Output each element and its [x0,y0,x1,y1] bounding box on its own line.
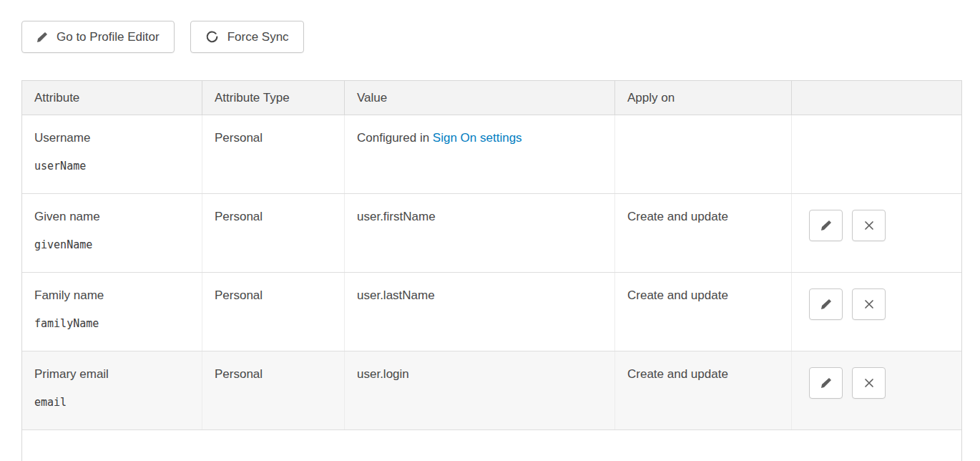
apply-on-cell: Create and update [614,194,791,272]
table-next-row-partial [22,430,961,461]
close-icon [863,299,875,310]
refresh-icon [205,30,219,44]
attribute-label: Username [34,131,190,145]
value-cell: user.firstName [344,194,614,272]
attribute-type-cell: Personal [202,194,344,272]
attribute-variable-name: givenName [34,238,190,251]
delete-attribute-button[interactable] [852,288,886,320]
attribute-type-cell: Personal [202,115,344,193]
actions-cell [791,273,961,351]
attribute-cell: Primary email email [22,351,202,430]
close-icon [863,220,875,231]
attribute-cell: Given name givenName [22,194,202,272]
edit-attribute-button[interactable] [809,288,843,320]
value-cell: user.login [344,351,614,430]
force-sync-label: Force Sync [227,30,289,44]
close-icon [863,377,875,389]
value-cell: user.lastName [344,273,614,351]
sign-on-settings-link[interactable]: Sign On settings [433,131,522,145]
attribute-variable-name: email [34,396,190,409]
attributes-table: Attribute Attribute Type Value Apply on … [21,80,962,461]
header-attribute-type: Attribute Type [202,81,344,115]
force-sync-button[interactable]: Force Sync [190,21,304,53]
edit-attribute-button[interactable] [809,367,843,399]
actions-cell [791,194,961,272]
attribute-type-cell: Personal [202,351,344,430]
pencil-icon [820,299,832,310]
edit-attribute-button[interactable] [809,210,843,241]
attribute-variable-name: userName [34,160,190,173]
actions-cell [791,351,961,430]
delete-attribute-button[interactable] [852,367,886,399]
table-row-given-name: Given name givenName Personal user.first… [22,194,961,273]
attribute-cell: Username userName [22,115,202,193]
attribute-label: Primary email [34,367,190,382]
apply-on-cell [614,115,791,193]
attribute-cell: Family name familyName [22,273,202,351]
attribute-label: Given name [34,210,190,224]
attribute-variable-name: familyName [34,317,190,330]
actions-cell [791,115,961,193]
apply-on-cell: Create and update [614,351,791,430]
delete-attribute-button[interactable] [852,210,886,241]
go-to-profile-editor-label: Go to Profile Editor [57,30,160,44]
attribute-label: Family name [34,288,190,303]
go-to-profile-editor-button[interactable]: Go to Profile Editor [21,21,175,53]
pencil-icon [820,220,832,231]
attribute-type-cell: Personal [202,273,344,351]
pencil-icon [820,377,832,389]
table-row-family-name: Family name familyName Personal user.las… [22,273,961,351]
value-text: Configured in [357,131,429,145]
table-header-row: Attribute Attribute Type Value Apply on [22,81,961,115]
toolbar: Go to Profile Editor Force Sync [21,21,962,53]
pencil-icon [36,31,48,43]
attribute-mappings-page: Go to Profile Editor Force Sync Attribut… [0,0,980,461]
header-apply-on: Apply on [614,81,791,115]
table-row-username: Username userName Personal Configured in… [22,115,961,194]
value-cell: Configured in Sign On settings [344,115,614,193]
apply-on-cell: Create and update [614,273,791,351]
header-value: Value [344,81,614,115]
header-attribute: Attribute [22,81,202,115]
table-row-primary-email: Primary email email Personal user.login … [22,351,961,430]
header-actions [791,81,961,115]
